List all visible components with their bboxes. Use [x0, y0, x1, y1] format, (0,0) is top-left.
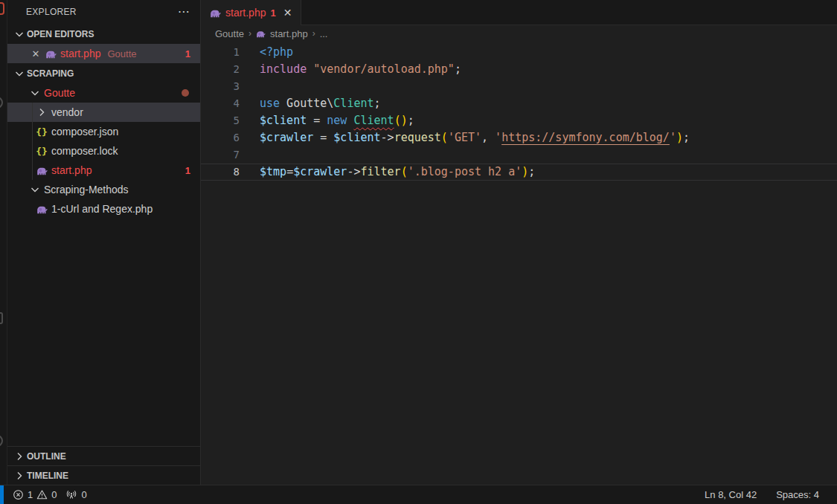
code-link: https://symfony.com/blog/	[501, 131, 670, 144]
sidebar-spacer	[7, 219, 200, 446]
file-tree: Gouttevendor{}composer.json{}composer.lo…	[7, 83, 200, 219]
sidebar-title: EXPLORER	[26, 7, 77, 17]
breadcrumb-folder[interactable]: Goutte	[215, 28, 244, 39]
code-text: $client = new Client();	[260, 112, 414, 129]
activity-icon-fragment	[0, 2, 4, 15]
indentation-status[interactable]: Spaces: 4	[772, 489, 824, 500]
activity-bar[interactable]	[0, 0, 7, 485]
code-text: $tmp=$crawler->filter('.blog-post h2 a')…	[260, 164, 535, 181]
ports-status[interactable]: 0	[61, 489, 91, 500]
line-number: 7	[201, 146, 240, 164]
outline-header[interactable]: OUTLINE	[7, 446, 200, 465]
line-number: 4	[201, 95, 240, 112]
php-file-icon	[210, 8, 221, 18]
open-editors-label: OPEN EDITORS	[27, 29, 94, 39]
warning-count: 0	[51, 489, 57, 500]
php-file-icon	[45, 49, 57, 59]
outline-label: OUTLINE	[27, 451, 66, 462]
main-area: EXPLORER ⋯ OPEN EDITORS ✕ start.php Gout…	[0, 0, 837, 485]
tab-bar: start.php 1 ✕	[201, 0, 837, 25]
problem-count-badge: 1	[185, 48, 190, 59]
code-text: $crawler = $client->request('GET', 'http…	[260, 129, 690, 146]
chevron-down-icon	[13, 68, 25, 80]
php-file-icon	[35, 204, 48, 214]
code-line-8[interactable]: 8$tmp=$crawler->filter('.blog-post h2 a'…	[201, 164, 837, 181]
json-file-icon: {}	[35, 126, 48, 138]
chevron-right-icon	[13, 450, 25, 462]
line-number: 8	[201, 164, 240, 181]
tree-item-label: 1-cUrl and Regex.php	[51, 203, 153, 215]
code-line-6[interactable]: 6$crawler = $client->request('GET', 'htt…	[201, 129, 837, 146]
close-icon[interactable]: ✕	[283, 7, 292, 19]
tree-item-start-php[interactable]: start.php1	[7, 161, 200, 180]
chevron-down-icon	[13, 28, 25, 40]
line-number: 5	[201, 112, 240, 129]
error-count: 1	[28, 489, 33, 500]
line-number: 2	[201, 61, 240, 78]
editor-group: start.php 1 ✕ Goutte › start.php › ... 1…	[201, 0, 837, 485]
code-editor[interactable]: 1<?php2include "vendor/autoload.php";34u…	[201, 42, 837, 485]
code-line-7[interactable]: 7	[201, 146, 837, 164]
chevron-separator-icon: ›	[248, 28, 251, 39]
line-number: 6	[201, 129, 240, 146]
tree-item-label: composer.lock	[51, 145, 118, 157]
activity-icon-fragment	[0, 435, 3, 447]
open-editors-header[interactable]: OPEN EDITORS	[7, 24, 200, 44]
code-text: <?php	[260, 44, 293, 61]
tree-item-composer-json[interactable]: {}composer.json	[7, 122, 200, 141]
code-line-5[interactable]: 5$client = new Client();	[201, 112, 837, 129]
tree-item-composer-lock[interactable]: {}composer.lock	[7, 141, 200, 161]
tree-item-label: vendor	[51, 106, 83, 118]
chevron-down-icon	[28, 87, 42, 99]
tree-item-vendor[interactable]: vendor	[7, 103, 200, 122]
problems-status[interactable]: 1 0	[8, 489, 61, 500]
workspace-label: SCRAPING	[27, 68, 74, 79]
modified-dot-badge	[182, 89, 189, 97]
code-line-1[interactable]: 1<?php	[201, 44, 837, 61]
ports-count: 0	[81, 489, 86, 500]
workspace-header[interactable]: SCRAPING	[7, 63, 200, 83]
code-line-2[interactable]: 2include "vendor/autoload.php";	[201, 61, 837, 78]
chevron-right-icon	[35, 106, 48, 118]
line-number: 1	[201, 44, 240, 61]
tree-item-label: composer.json	[51, 126, 118, 138]
close-icon[interactable]: ✕	[30, 48, 42, 59]
line-number: 3	[201, 78, 240, 95]
radio-tower-icon	[65, 489, 77, 500]
tab-start-php[interactable]: start.php 1 ✕	[201, 0, 301, 25]
cursor-position[interactable]: Ln 8, Col 42	[700, 489, 761, 500]
sidebar-header: EXPLORER ⋯	[7, 0, 200, 24]
breadcrumb-file[interactable]: start.php	[270, 28, 308, 39]
code-line-3[interactable]: 3	[201, 78, 837, 95]
breadcrumb: Goutte › start.php › ...	[201, 25, 837, 42]
explorer-sidebar: EXPLORER ⋯ OPEN EDITORS ✕ start.php Gout…	[7, 0, 201, 485]
error-icon	[13, 489, 24, 500]
code-text: include "vendor/autoload.php";	[260, 61, 461, 78]
open-editor-file-label: start.php	[60, 48, 100, 59]
chevron-separator-icon: ›	[312, 28, 315, 39]
tree-item-label: start.php	[51, 164, 92, 176]
tab-label: start.php	[225, 7, 266, 19]
tree-item-1-curl-and-regex-php[interactable]: 1-cUrl and Regex.php	[7, 199, 200, 219]
warning-icon	[36, 489, 48, 500]
code-text: use Goutte\Client;	[260, 95, 381, 112]
open-editor-item-start-php[interactable]: ✕ start.php Goutte 1	[7, 44, 200, 63]
activity-icon-fragment	[0, 312, 3, 324]
tree-item-scraping-methods[interactable]: Scraping-Methods	[7, 180, 200, 199]
chevron-down-icon	[28, 184, 42, 196]
tree-item-goutte[interactable]: Goutte	[7, 83, 200, 103]
status-bar: 1 0 0 Ln 8, Col 42 Spaces: 4	[0, 485, 837, 504]
remote-indicator[interactable]	[0, 485, 4, 504]
problem-count-badge: 1	[185, 165, 190, 176]
breadcrumb-tail[interactable]: ...	[320, 28, 328, 39]
timeline-header[interactable]: TIMELINE	[7, 465, 200, 485]
tree-item-label: Scraping-Methods	[44, 184, 129, 196]
vscode-window: EXPLORER ⋯ OPEN EDITORS ✕ start.php Gout…	[0, 0, 837, 504]
more-actions-icon[interactable]: ⋯	[178, 6, 190, 18]
open-editor-folder-label: Goutte	[107, 48, 136, 59]
json-file-icon: {}	[35, 146, 48, 157]
php-file-icon	[35, 166, 48, 175]
timeline-label: TIMELINE	[27, 471, 68, 481]
tab-problem-badge: 1	[270, 7, 275, 19]
code-line-4[interactable]: 4use Goutte\Client;	[201, 95, 837, 112]
